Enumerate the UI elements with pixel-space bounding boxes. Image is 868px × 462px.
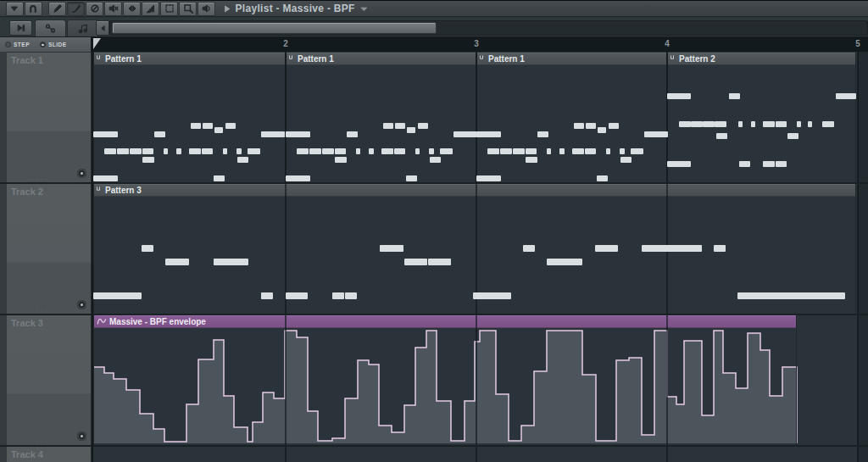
note-block (631, 148, 643, 154)
slide-radio[interactable] (40, 42, 46, 47)
pattern-clip-header[interactable]: Pattern 1 (477, 53, 666, 65)
picker-icon (16, 23, 26, 33)
horizontal-scrollbar[interactable] (109, 20, 868, 36)
title-group: Playlist - Massive - BPF (223, 3, 369, 15)
track-grip-dots: .... (31, 174, 52, 181)
horizontal-scrollbar-thumb[interactable] (112, 22, 437, 34)
title-arrow-icon[interactable] (223, 4, 232, 14)
note-block (667, 161, 691, 167)
slip-icon (127, 3, 137, 14)
delete-button[interactable] (86, 2, 103, 16)
clip-icon (289, 55, 295, 62)
track-led[interactable] (77, 300, 86, 309)
playback-button[interactable] (198, 2, 215, 16)
bar-number: 5 (849, 39, 866, 48)
note-block (93, 131, 118, 137)
pattern-picker-button[interactable] (9, 20, 32, 36)
note-block (189, 148, 201, 154)
note-block (703, 121, 715, 127)
delete-icon (90, 3, 100, 14)
tool-button-group (0, 2, 216, 16)
slip-button[interactable] (123, 2, 141, 16)
pattern-clip-header[interactable]: Pattern 3 (94, 184, 855, 197)
note-block (738, 121, 743, 127)
bar-number: 3 (468, 39, 485, 48)
track-header[interactable]: Track 1.... (7, 53, 92, 182)
track-led[interactable] (77, 431, 86, 441)
clip-label: Pattern 1 (298, 54, 334, 64)
note-block (236, 148, 242, 154)
note-block (418, 123, 428, 129)
bar-gridline (666, 52, 668, 462)
paint-button[interactable] (67, 2, 85, 16)
snap-mode-panel: STEP SLIDE (0, 37, 92, 52)
draw-button[interactable] (48, 2, 66, 16)
note-block (142, 245, 153, 252)
slide-radio-label: SLIDE (48, 42, 67, 47)
timeline-ruler[interactable]: 2345 (92, 37, 868, 52)
pattern-clip[interactable]: Pattern 1 (93, 53, 286, 182)
track-header[interactable]: Track 4.... (7, 447, 92, 462)
pattern-clip-header[interactable]: Pattern 1 (287, 53, 476, 65)
note-block (574, 123, 584, 129)
title-dropdown-icon[interactable] (359, 4, 369, 14)
clip-label: Pattern 1 (105, 54, 142, 64)
playhead-marker[interactable] (93, 38, 102, 50)
zoom-button[interactable] (179, 2, 197, 16)
magnet-icon (28, 3, 38, 14)
tab-audio[interactable] (67, 19, 98, 36)
track-separator (0, 182, 868, 184)
tab-clips[interactable] (35, 19, 66, 36)
pattern-clip[interactable]: Pattern 1 (286, 53, 476, 182)
note-block (476, 131, 501, 137)
slice-button[interactable] (142, 2, 159, 16)
note-block (165, 259, 189, 265)
clip-icon (480, 55, 486, 62)
snap-button[interactable] (25, 2, 42, 16)
pattern-clip-header[interactable]: Pattern 2 (668, 53, 855, 65)
titlecaret-icon (359, 4, 369, 14)
playlist-window: Playlist - Massive - BPF STEP SLIDE 2345… (0, 0, 868, 462)
main-menu-button[interactable] (6, 2, 24, 16)
clip-icon (97, 55, 103, 62)
track-header[interactable]: Track 2.... (7, 184, 92, 314)
step-radio[interactable] (5, 42, 11, 47)
select-button[interactable] (160, 2, 178, 16)
automation-clip[interactable]: Massive - BPF envelope (93, 315, 797, 445)
pattern-clip-header[interactable]: Pattern 1 (94, 53, 285, 65)
note-block (335, 148, 346, 154)
note-block (286, 292, 308, 299)
automation-clip-header[interactable]: Massive - BPF envelope (94, 315, 796, 328)
note-block (523, 245, 535, 252)
titleplay-icon (223, 4, 232, 14)
note-block (428, 259, 451, 265)
track-led[interactable] (77, 169, 86, 178)
after-song-area (858, 52, 868, 462)
note-block (526, 148, 537, 154)
window-title: Playlist - Massive - BPF (236, 3, 355, 14)
note-block (597, 175, 608, 181)
note-block (176, 148, 181, 154)
note-block (406, 175, 417, 181)
note-block (394, 148, 405, 154)
note-block (751, 121, 755, 127)
pencil-icon (53, 3, 63, 14)
track-grip-dots: .... (31, 305, 52, 313)
clip-label: Pattern 3 (105, 186, 142, 195)
note-block (117, 148, 129, 154)
clip-label: Pattern 2 (679, 54, 715, 64)
pattern-clip[interactable]: Pattern 1 (476, 53, 667, 182)
pattern-clip[interactable]: Pattern 2 (667, 53, 856, 182)
track-name: Track 3 (11, 318, 43, 328)
track-header[interactable]: Track 3.... (7, 315, 92, 445)
note-block (164, 148, 168, 154)
note-block (345, 292, 357, 299)
note-block (737, 292, 845, 299)
mute-button[interactable] (104, 2, 122, 16)
note-block (609, 123, 619, 129)
slice-icon (146, 3, 156, 14)
wave-icon (97, 317, 107, 326)
note-block (214, 127, 223, 133)
clip-label: Pattern 1 (488, 54, 525, 64)
scroll-left-button[interactable] (96, 20, 109, 36)
